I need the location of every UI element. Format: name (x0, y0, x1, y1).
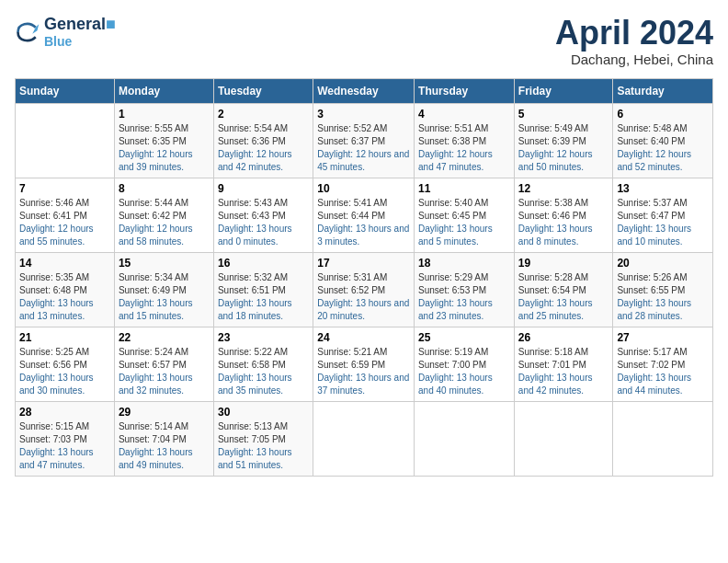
day-cell: 4 Sunrise: 5:51 AMSunset: 6:38 PMDayligh… (415, 103, 515, 178)
day-info: Sunrise: 5:40 AMSunset: 6:45 PMDaylight:… (418, 197, 510, 248)
week-row-3: 21 Sunrise: 5:25 AMSunset: 6:56 PMDaylig… (16, 327, 713, 401)
logo: General■ Blue (15, 15, 116, 49)
day-info: Sunrise: 5:18 AMSunset: 7:01 PMDaylight:… (518, 346, 609, 397)
day-number: 17 (317, 257, 410, 270)
title-block: April 2024 Dachang, Hebei, China (555, 15, 713, 67)
header-cell-thursday: Thursday (415, 78, 515, 103)
day-info: Sunrise: 5:25 AMSunset: 6:56 PMDaylight:… (19, 346, 110, 397)
day-info: Sunrise: 5:24 AMSunset: 6:57 PMDaylight:… (119, 346, 210, 397)
day-number: 2 (218, 108, 309, 121)
day-cell (313, 401, 415, 476)
day-cell: 9 Sunrise: 5:43 AMSunset: 6:43 PMDayligh… (213, 178, 313, 252)
day-number: 27 (617, 331, 709, 344)
header-cell-monday: Monday (114, 78, 213, 103)
day-number: 21 (19, 331, 110, 344)
day-info: Sunrise: 5:31 AMSunset: 6:52 PMDaylight:… (317, 271, 410, 323)
week-row-4: 28 Sunrise: 5:15 AMSunset: 7:03 PMDaylig… (16, 401, 713, 476)
day-cell: 1 Sunrise: 5:55 AMSunset: 6:35 PMDayligh… (114, 103, 213, 178)
day-number: 13 (617, 182, 709, 195)
day-info: Sunrise: 5:52 AMSunset: 6:37 PMDaylight:… (317, 122, 410, 174)
calendar-table: SundayMondayTuesdayWednesdayThursdayFrid… (15, 78, 713, 477)
header: General■ Blue April 2024 Dachang, Hebei,… (15, 15, 713, 67)
header-cell-friday: Friday (514, 78, 613, 103)
day-cell: 18 Sunrise: 5:29 AMSunset: 6:53 PMDaylig… (415, 252, 515, 327)
day-info: Sunrise: 5:41 AMSunset: 6:44 PMDaylight:… (317, 197, 410, 248)
day-number: 25 (418, 331, 510, 344)
day-cell: 10 Sunrise: 5:41 AMSunset: 6:44 PMDaylig… (313, 178, 415, 252)
day-number: 19 (518, 257, 609, 270)
day-number: 5 (518, 108, 609, 121)
day-cell: 6 Sunrise: 5:48 AMSunset: 6:40 PMDayligh… (613, 103, 713, 178)
day-info: Sunrise: 5:48 AMSunset: 6:40 PMDaylight:… (617, 122, 709, 174)
header-cell-wednesday: Wednesday (313, 78, 415, 103)
day-number: 11 (418, 182, 510, 195)
month-title: April 2024 (555, 15, 713, 52)
day-number: 30 (218, 406, 309, 419)
day-info: Sunrise: 5:13 AMSunset: 7:05 PMDaylight:… (218, 420, 309, 472)
header-cell-sunday: Sunday (16, 78, 115, 103)
day-number: 18 (418, 257, 510, 270)
logo-icon (15, 19, 40, 45)
day-cell: 3 Sunrise: 5:52 AMSunset: 6:37 PMDayligh… (313, 103, 415, 178)
day-cell: 22 Sunrise: 5:24 AMSunset: 6:57 PMDaylig… (114, 327, 213, 401)
logo-text: General■ Blue (44, 15, 116, 49)
day-info: Sunrise: 5:51 AMSunset: 6:38 PMDaylight:… (418, 122, 510, 174)
day-info: Sunrise: 5:55 AMSunset: 6:35 PMDaylight:… (119, 122, 210, 174)
day-number: 3 (317, 108, 410, 121)
day-info: Sunrise: 5:15 AMSunset: 7:03 PMDaylight:… (19, 420, 110, 472)
day-cell: 20 Sunrise: 5:26 AMSunset: 6:55 PMDaylig… (613, 252, 713, 327)
day-cell: 19 Sunrise: 5:28 AMSunset: 6:54 PMDaylig… (514, 252, 613, 327)
day-cell: 21 Sunrise: 5:25 AMSunset: 6:56 PMDaylig… (16, 327, 115, 401)
day-cell: 12 Sunrise: 5:38 AMSunset: 6:46 PMDaylig… (514, 178, 613, 252)
day-info: Sunrise: 5:49 AMSunset: 6:39 PMDaylight:… (518, 122, 609, 174)
day-number: 14 (19, 257, 110, 270)
header-cell-tuesday: Tuesday (213, 78, 313, 103)
day-cell: 25 Sunrise: 5:19 AMSunset: 7:00 PMDaylig… (415, 327, 515, 401)
day-number: 15 (119, 257, 210, 270)
day-cell: 23 Sunrise: 5:22 AMSunset: 6:58 PMDaylig… (213, 327, 313, 401)
day-info: Sunrise: 5:32 AMSunset: 6:51 PMDaylight:… (218, 271, 309, 323)
day-cell: 16 Sunrise: 5:32 AMSunset: 6:51 PMDaylig… (213, 252, 313, 327)
week-row-1: 7 Sunrise: 5:46 AMSunset: 6:41 PMDayligh… (16, 178, 713, 252)
day-cell: 8 Sunrise: 5:44 AMSunset: 6:42 PMDayligh… (114, 178, 213, 252)
header-row: SundayMondayTuesdayWednesdayThursdayFrid… (16, 78, 713, 103)
day-cell (415, 401, 515, 476)
day-info: Sunrise: 5:19 AMSunset: 7:00 PMDaylight:… (418, 346, 510, 397)
day-info: Sunrise: 5:37 AMSunset: 6:47 PMDaylight:… (617, 197, 709, 248)
day-info: Sunrise: 5:35 AMSunset: 6:48 PMDaylight:… (19, 271, 110, 323)
day-info: Sunrise: 5:29 AMSunset: 6:53 PMDaylight:… (418, 271, 510, 323)
day-cell: 7 Sunrise: 5:46 AMSunset: 6:41 PMDayligh… (16, 178, 115, 252)
day-number: 24 (317, 331, 410, 344)
day-cell (514, 401, 613, 476)
day-cell: 24 Sunrise: 5:21 AMSunset: 6:59 PMDaylig… (313, 327, 415, 401)
day-info: Sunrise: 5:46 AMSunset: 6:41 PMDaylight:… (19, 197, 110, 248)
day-number: 16 (218, 257, 309, 270)
day-info: Sunrise: 5:22 AMSunset: 6:58 PMDaylight:… (218, 346, 309, 397)
day-number: 6 (617, 108, 709, 121)
day-cell (16, 103, 115, 178)
day-info: Sunrise: 5:26 AMSunset: 6:55 PMDaylight:… (617, 271, 709, 323)
day-cell: 27 Sunrise: 5:17 AMSunset: 7:02 PMDaylig… (613, 327, 713, 401)
day-number: 9 (218, 182, 309, 195)
week-row-0: 1 Sunrise: 5:55 AMSunset: 6:35 PMDayligh… (16, 103, 713, 178)
day-cell: 13 Sunrise: 5:37 AMSunset: 6:47 PMDaylig… (613, 178, 713, 252)
day-number: 28 (19, 406, 110, 419)
day-info: Sunrise: 5:54 AMSunset: 6:36 PMDaylight:… (218, 122, 309, 174)
day-cell: 2 Sunrise: 5:54 AMSunset: 6:36 PMDayligh… (213, 103, 313, 178)
day-cell (613, 401, 713, 476)
day-cell: 15 Sunrise: 5:34 AMSunset: 6:49 PMDaylig… (114, 252, 213, 327)
day-cell: 26 Sunrise: 5:18 AMSunset: 7:01 PMDaylig… (514, 327, 613, 401)
day-info: Sunrise: 5:44 AMSunset: 6:42 PMDaylight:… (119, 197, 210, 248)
day-number: 10 (317, 182, 410, 195)
day-info: Sunrise: 5:21 AMSunset: 6:59 PMDaylight:… (317, 346, 410, 397)
day-number: 22 (119, 331, 210, 344)
day-info: Sunrise: 5:17 AMSunset: 7:02 PMDaylight:… (617, 346, 709, 397)
day-number: 29 (119, 406, 210, 419)
day-number: 8 (119, 182, 210, 195)
day-info: Sunrise: 5:28 AMSunset: 6:54 PMDaylight:… (518, 271, 609, 323)
day-number: 26 (518, 331, 609, 344)
location-subtitle: Dachang, Hebei, China (555, 52, 713, 67)
day-info: Sunrise: 5:14 AMSunset: 7:04 PMDaylight:… (119, 420, 210, 472)
day-number: 12 (518, 182, 609, 195)
day-info: Sunrise: 5:38 AMSunset: 6:46 PMDaylight:… (518, 197, 609, 248)
